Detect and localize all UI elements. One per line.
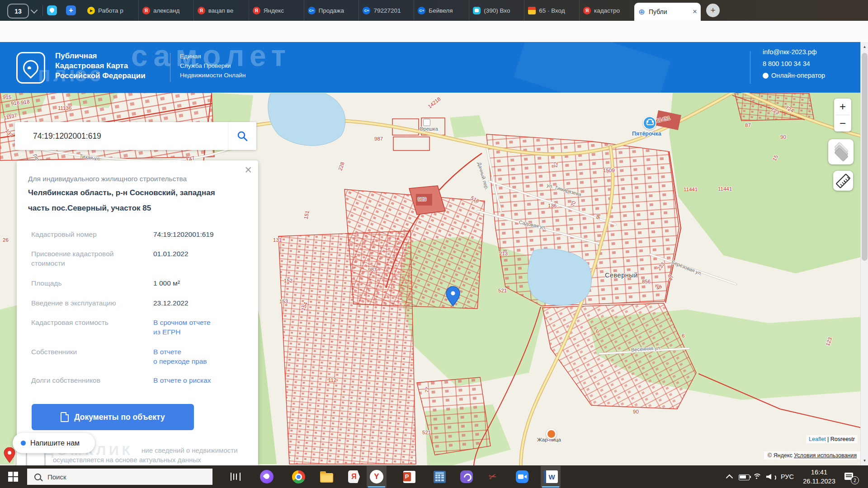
task-view-icon[interactable] bbox=[226, 466, 245, 488]
yandex-browser-icon: Y bbox=[370, 470, 383, 483]
pyaterochka-icon[interactable] bbox=[643, 116, 656, 130]
zoom-icon bbox=[516, 470, 528, 483]
parcel-address: часть пос.Северный, участок 85 bbox=[28, 204, 151, 213]
yandex-icon bbox=[198, 7, 205, 14]
browser-tab[interactable]: Бейвеля bbox=[414, 0, 469, 21]
layers-button[interactable] bbox=[828, 139, 854, 164]
yandex-app-icon[interactable]: Я bbox=[344, 466, 364, 488]
browser-tabs: Работа ралександвацап веЯндексПродажа792… bbox=[84, 0, 701, 21]
browser-tab[interactable]: 79227201 bbox=[359, 0, 414, 21]
start-button[interactable] bbox=[8, 472, 18, 482]
row-value: 74:19:1202001:619 bbox=[153, 230, 214, 239]
speaker-icon[interactable] bbox=[766, 474, 771, 479]
leaflet-link[interactable]: Leaflet bbox=[809, 436, 826, 442]
powerpoint-icon[interactable] bbox=[399, 466, 419, 488]
scroll-down-icon[interactable]: ▼ bbox=[861, 459, 868, 463]
viber-icon[interactable] bbox=[457, 466, 476, 488]
taskbar-search[interactable]: Поиск bbox=[27, 469, 212, 485]
notification-badge: 2 bbox=[851, 476, 859, 484]
explorer-icon[interactable] bbox=[316, 466, 336, 488]
row-value: 23.12.2022 bbox=[153, 298, 189, 308]
browser-tab[interactable]: (390) Вхо bbox=[469, 0, 524, 21]
browser-tab[interactable]: 65 · Вход bbox=[524, 0, 579, 21]
online-dot-icon bbox=[21, 441, 26, 446]
tab-label: Продажа bbox=[319, 7, 344, 14]
zhar-pizza-icon[interactable] bbox=[546, 429, 557, 439]
browser-tab[interactable]: Продажа bbox=[304, 0, 359, 21]
ruler-button[interactable] bbox=[833, 171, 853, 191]
browser-tab[interactable]: Публи× bbox=[634, 3, 701, 21]
tab-list-chevron-icon[interactable] bbox=[31, 7, 38, 14]
tab-counter[interactable]: 13 bbox=[7, 4, 29, 19]
row-value-link[interactable]: В отчетео переходе прав bbox=[153, 347, 207, 366]
site-header: самолет плюс Публичная Кадастровая Карта… bbox=[0, 42, 868, 93]
zoom-icon[interactable] bbox=[512, 466, 532, 488]
snip-icon[interactable]: ✂ bbox=[483, 466, 503, 488]
parcel-info-panel: × Для индивидуального жилищного строител… bbox=[17, 160, 258, 468]
row-label: Долги собственников bbox=[31, 375, 144, 385]
search-icon bbox=[34, 474, 41, 480]
row-value-link[interactable]: В срочном отчетеиз ЕГРН bbox=[153, 318, 211, 337]
browser-tab[interactable]: александ bbox=[138, 0, 193, 21]
panel-close-icon[interactable]: × bbox=[245, 164, 252, 176]
tab-label: александ bbox=[153, 7, 180, 14]
cplus-icon bbox=[363, 7, 370, 14]
yandex-attribution: © Яндекс Условия использования bbox=[764, 451, 860, 460]
browser-tab[interactable]: Яндекс bbox=[249, 0, 304, 21]
spreadsheet-icon bbox=[434, 471, 446, 483]
tab-label: Работа р bbox=[98, 7, 123, 14]
page-scrollbar[interactable]: ▲ ▼ bbox=[860, 42, 868, 465]
browser-tab[interactable]: Работа р bbox=[84, 0, 138, 21]
tab-close-icon[interactable]: × bbox=[690, 7, 697, 16]
windows-taskbar: Поиск ЯY✂W РУС 16:41 26.11.2023 2 bbox=[0, 465, 868, 488]
task-view-icon bbox=[231, 473, 241, 481]
alice-icon[interactable] bbox=[257, 466, 277, 488]
yandex-icon bbox=[583, 7, 591, 14]
battery-icon[interactable] bbox=[739, 474, 750, 480]
parcel-address: Челябинская область, р-н Сосновский, зап… bbox=[28, 188, 215, 197]
browser-tab[interactable]: вацап ве bbox=[193, 0, 249, 21]
online-operator-link[interactable]: Онлайн-оператор bbox=[771, 72, 825, 79]
row-value: 1 000 м² bbox=[153, 278, 180, 288]
yandex-app-icon: Я bbox=[348, 470, 360, 483]
new-tab-button[interactable]: + bbox=[706, 4, 720, 17]
yandex-browser-icon[interactable]: Y bbox=[367, 466, 387, 488]
scroll-up-icon[interactable]: ▲ bbox=[861, 45, 868, 49]
yandex-icon bbox=[142, 7, 150, 14]
browser-tab-bar: 13 + Работа ралександвацап веЯндексПрода… bbox=[0, 0, 868, 21]
documents-button[interactable]: Документы по объекту bbox=[32, 404, 194, 430]
browser-toolbar: ← Я ↻ пкк-2023.рф Публичная кадастровая … bbox=[0, 21, 868, 42]
pinned-plus-icon[interactable]: + bbox=[66, 5, 76, 15]
zoom-in-button[interactable]: + bbox=[834, 99, 851, 115]
chrome-icon bbox=[292, 470, 305, 483]
contact-email[interactable]: info@пкк-2023.рф bbox=[763, 48, 817, 56]
contact-phone[interactable]: 8 800 100 34 34 bbox=[763, 60, 810, 67]
service-line: Недвижимости Онлайн bbox=[180, 72, 245, 79]
tray-chevron-icon[interactable] bbox=[726, 474, 733, 482]
chat-with-us-bubble[interactable]: Напишите нам bbox=[13, 433, 95, 453]
word-icon[interactable]: W bbox=[541, 466, 561, 488]
tab-label: кадастро bbox=[594, 7, 620, 14]
site-title-line: Кадастровая Карта bbox=[55, 61, 128, 70]
zoom-out-button[interactable]: − bbox=[834, 115, 851, 131]
document-icon bbox=[61, 412, 69, 422]
clock[interactable]: 16:41 26.11.2023 bbox=[801, 468, 837, 486]
spreadsheet-icon[interactable] bbox=[429, 466, 449, 488]
search-button[interactable] bbox=[228, 122, 256, 150]
tab-label: вацап ве bbox=[208, 7, 233, 14]
search-input[interactable]: 74:19:1202001:619 bbox=[33, 131, 228, 141]
browser-tab[interactable]: кадастро bbox=[579, 0, 634, 21]
tab-label: Яндекс bbox=[264, 7, 284, 14]
cadastral-search-box: 74:19:1202001:619 bbox=[15, 122, 256, 150]
ruler-icon bbox=[835, 173, 850, 188]
row-value-link[interactable]: В отчете о рисках bbox=[153, 375, 211, 385]
protect-shield-icon[interactable] bbox=[47, 5, 57, 15]
wifi-icon[interactable] bbox=[753, 474, 761, 480]
terms-link[interactable]: Условия использования bbox=[794, 452, 857, 459]
scrollbar-thumb[interactable] bbox=[862, 53, 868, 261]
site-title-line: Российской Федерации bbox=[55, 71, 146, 80]
tray-date: 26.11.2023 bbox=[801, 477, 837, 486]
language-indicator[interactable]: РУС bbox=[781, 473, 794, 480]
site-logo-icon[interactable] bbox=[16, 52, 45, 84]
chrome-icon[interactable] bbox=[288, 466, 308, 488]
